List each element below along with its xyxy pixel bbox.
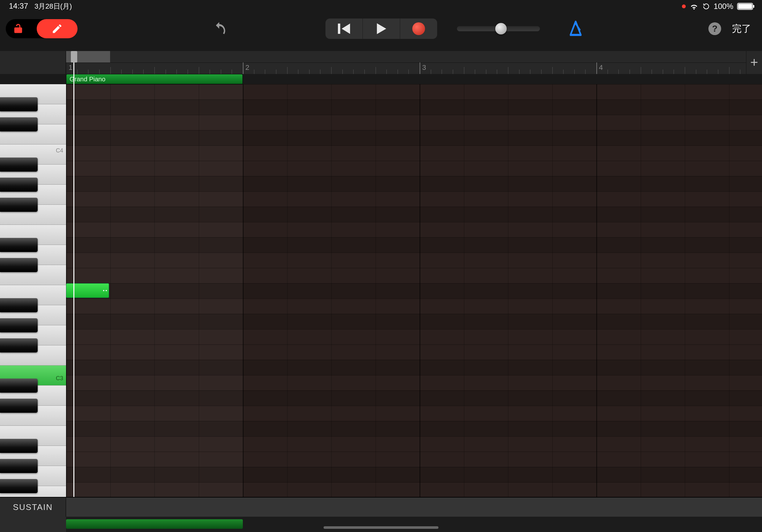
edit-button[interactable] — [37, 19, 78, 38]
orientation-lock-icon — [702, 3, 710, 10]
piano-key-black[interactable] — [0, 238, 38, 252]
midi-region[interactable]: Grand Piano — [66, 74, 243, 84]
timeline-ruler: 1234 — [66, 51, 762, 74]
toolbar: ? 完了 — [0, 13, 762, 45]
piano-key-black[interactable] — [0, 399, 38, 413]
lock-open-icon — [13, 23, 24, 35]
home-indicator[interactable] — [324, 526, 438, 529]
sustain-event[interactable] — [66, 519, 243, 529]
midi-note[interactable] — [66, 283, 109, 298]
octave-label-c3: C3 — [56, 375, 63, 382]
piano-key-black[interactable] — [0, 378, 38, 393]
undo-button[interactable] — [211, 21, 227, 37]
piano-key-black[interactable] — [0, 298, 38, 312]
screen-record-indicator-icon — [682, 4, 686, 8]
battery-percent: 100% — [714, 2, 733, 11]
piano-key-black[interactable] — [0, 117, 38, 131]
wifi-icon — [690, 3, 699, 10]
svg-marker-1 — [342, 24, 350, 34]
svg-rect-4 — [570, 34, 581, 36]
record-icon — [412, 22, 425, 35]
note-grid[interactable] — [66, 84, 762, 497]
piano-key-black[interactable] — [0, 459, 38, 473]
playhead-handle[interactable] — [71, 51, 77, 62]
piano-key-black[interactable] — [0, 318, 38, 332]
bar-number: 1 — [69, 63, 72, 72]
master-volume-slider[interactable] — [457, 26, 540, 31]
keyboard-header-gap — [0, 51, 66, 74]
play-button[interactable] — [363, 19, 400, 39]
done-button[interactable]: 完了 — [732, 22, 751, 35]
battery-icon — [737, 3, 753, 10]
status-time: 14:37 — [9, 2, 28, 11]
plus-icon: + — [750, 55, 758, 70]
piano-key-black[interactable] — [0, 198, 38, 212]
piano-roll: C4C3 — [0, 84, 762, 497]
bar-number: 4 — [599, 63, 603, 72]
transport-controls — [326, 19, 437, 39]
sustain-track[interactable] — [66, 517, 762, 532]
status-bar: 14:37 3月28日(月) 100% — [0, 0, 762, 13]
octave-label-c4: C4 — [56, 147, 63, 154]
rewind-button[interactable] — [326, 19, 362, 39]
status-date: 3月28日(月) — [35, 2, 72, 11]
slider-thumb-icon — [495, 23, 507, 34]
question-icon: ? — [712, 24, 717, 34]
sustain-label[interactable]: SUSTAIN — [0, 498, 66, 517]
sustain-upper-area[interactable] — [66, 498, 762, 517]
piano-key-black[interactable] — [0, 158, 38, 171]
help-button[interactable]: ? — [708, 22, 721, 35]
metronome-button[interactable] — [568, 21, 583, 37]
record-button[interactable] — [400, 19, 437, 39]
piano-key-black[interactable] — [0, 439, 38, 453]
pencil-icon — [51, 23, 63, 34]
bar-number: 2 — [245, 63, 249, 72]
piano-key-black[interactable] — [0, 258, 38, 272]
svg-rect-0 — [338, 24, 340, 34]
piano-key-black[interactable] — [0, 97, 38, 111]
bar-number: 3 — [422, 63, 426, 72]
add-section-button[interactable]: + — [746, 51, 762, 74]
piano-key-black[interactable] — [0, 338, 38, 353]
svg-marker-2 — [377, 23, 386, 34]
playhead[interactable] — [73, 51, 74, 532]
piano-key-black[interactable] — [0, 479, 38, 493]
region-header: Grand Piano — [66, 74, 762, 84]
lock-edit-toggle[interactable] — [6, 19, 78, 38]
piano-keyboard: C4C3 — [0, 84, 66, 497]
piano-key-black[interactable] — [0, 178, 38, 192]
